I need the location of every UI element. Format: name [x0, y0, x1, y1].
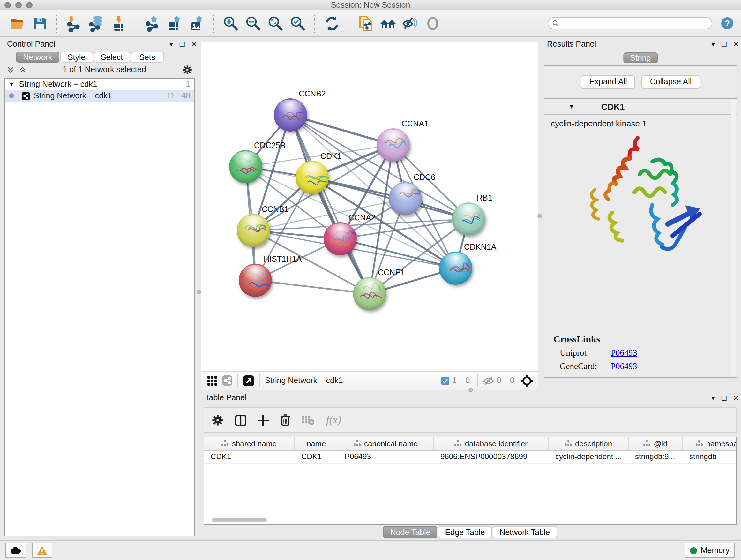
disclosure-triangle-icon[interactable]: ▼: [569, 104, 575, 110]
import-table-icon[interactable]: [110, 15, 127, 32]
expand-all-button[interactable]: Expand All: [581, 75, 635, 88]
panel-menu-icon[interactable]: ▾: [170, 41, 173, 48]
shared-column-icon: [455, 439, 462, 448]
tab-node-table[interactable]: Node Table: [383, 526, 437, 538]
show-columns-icon[interactable]: [235, 415, 246, 426]
tab-edge-table[interactable]: Edge Table: [438, 526, 492, 538]
column-header-name[interactable]: name: [295, 437, 338, 450]
collapse-all-button[interactable]: Collapse All: [642, 75, 700, 88]
network-node-hist1h1a[interactable]: [239, 264, 272, 297]
network-node-cdc6[interactable]: [389, 182, 422, 215]
panel-close-icon[interactable]: ✕: [192, 40, 197, 48]
gene-section-header[interactable]: ▼ CDK1: [544, 99, 737, 115]
panel-menu-icon[interactable]: ▾: [712, 41, 715, 48]
column-header-namespace[interactable]: namespace: [683, 437, 737, 450]
network-node-ccna1[interactable]: [377, 128, 410, 162]
birds-eye-icon[interactable]: [521, 374, 533, 387]
panel-float-icon[interactable]: ❑: [721, 41, 727, 48]
footer-separator: [259, 374, 260, 387]
crosslink-link[interactable]: 9606.ENSP00000378699: [611, 375, 698, 378]
column-header-description[interactable]: description: [549, 437, 629, 450]
table-cell[interactable]: cyclin-dependent ...: [549, 451, 629, 463]
table-cell[interactable]: stringdb: [683, 451, 737, 463]
panel-close-icon[interactable]: ✕: [733, 40, 739, 48]
open-session-icon[interactable]: [9, 15, 26, 32]
zoom-out-icon[interactable]: [245, 15, 262, 32]
node-label-cdc25b: CDC25B: [254, 141, 286, 150]
table-gear-icon[interactable]: [212, 415, 223, 426]
right-splitter-handle[interactable]: [537, 214, 542, 219]
cloud-button[interactable]: [5, 543, 26, 558]
network-collection-row[interactable]: ▼ String Network – cdk1 1: [5, 78, 194, 90]
horizontal-scrollbar[interactable]: [212, 518, 267, 522]
crosslink-link[interactable]: P06493: [611, 361, 637, 372]
tab-select[interactable]: Select: [94, 52, 130, 63]
bottom-splitter-handle[interactable]: [468, 388, 473, 392]
tab-string[interactable]: String: [623, 52, 658, 63]
column-label: @id: [654, 439, 667, 448]
import-network-icon[interactable]: [65, 15, 82, 32]
hide-eye-icon[interactable]: [401, 15, 419, 32]
network-node-rb1[interactable]: [452, 202, 485, 236]
save-session-icon[interactable]: [31, 15, 49, 32]
column-header-id[interactable]: @id: [629, 437, 683, 450]
footer-separator: [238, 374, 238, 387]
column-header-database-identifier[interactable]: database identifier: [434, 437, 549, 450]
table-row[interactable]: CDK1CDK1P064939606.ENSP00000378699cyclin…: [204, 451, 736, 463]
tab-style[interactable]: Style: [60, 52, 93, 63]
left-splitter-handle[interactable]: [197, 290, 201, 294]
network-node-ccne1[interactable]: [353, 277, 386, 310]
network-node-ccnb2[interactable]: [274, 98, 307, 132]
column-header-canonical-name[interactable]: canonical name: [338, 437, 434, 450]
export-image-icon[interactable]: [188, 15, 205, 32]
table-cell[interactable]: 9606.ENSP00000378699: [434, 451, 549, 463]
refresh-layout-icon[interactable]: [323, 15, 340, 32]
panel-close-icon[interactable]: ✕: [733, 394, 739, 402]
zoom-in-icon[interactable]: [222, 15, 239, 32]
network-node-cdkn1a[interactable]: [439, 252, 472, 285]
network-edge[interactable]: [290, 115, 369, 294]
network-node-ccna2[interactable]: [324, 222, 357, 255]
crosslink-link[interactable]: P06493: [611, 348, 637, 358]
delete-column-icon[interactable]: [280, 415, 290, 426]
open-in-window-icon[interactable]: [243, 375, 254, 386]
network-row[interactable]: String Network – cdk1 11 48: [5, 90, 194, 102]
warning-button[interactable]: [32, 543, 52, 558]
network-node-cdc25b[interactable]: [229, 150, 262, 183]
network-node-cdk1[interactable]: [295, 161, 329, 194]
export-table-icon[interactable]: [166, 15, 183, 32]
tab-sets[interactable]: Sets: [131, 52, 164, 63]
expand-all-icon[interactable]: [19, 66, 26, 73]
column-header-shared-name[interactable]: shared name: [204, 437, 295, 450]
disclosure-triangle-icon[interactable]: ▼: [9, 81, 14, 87]
network-canvas[interactable]: CCNB2CCNA1CDC25BCDK1CDC6RB1CCNB1CCNA2CDK…: [201, 42, 538, 371]
share-view-icon[interactable]: [222, 375, 232, 386]
zoom-selected-icon[interactable]: [289, 15, 307, 32]
panel-float-icon[interactable]: ❑: [179, 41, 185, 48]
panel-menu-icon[interactable]: ▾: [712, 394, 715, 401]
import-database-icon[interactable]: [87, 15, 105, 32]
tab-network[interactable]: Network: [16, 52, 59, 63]
gear-icon[interactable]: [183, 65, 192, 74]
grid-view-icon[interactable]: [207, 376, 217, 385]
add-column-icon[interactable]: [258, 415, 269, 426]
table-cell[interactable]: CDK1: [295, 451, 338, 463]
network-edge[interactable]: [255, 280, 369, 294]
collapse-all-icon[interactable]: [7, 66, 14, 73]
panel-float-icon[interactable]: ❑: [721, 394, 727, 401]
results-scrollbar[interactable]: [731, 100, 736, 377]
zoom-fit-icon[interactable]: [267, 15, 284, 32]
network-node-ccnb1[interactable]: [237, 214, 270, 247]
export-network-icon[interactable]: [144, 15, 161, 32]
duplicate-network-icon[interactable]: [357, 15, 374, 32]
table-cell[interactable]: CDK1: [204, 451, 295, 463]
double-home-icon[interactable]: [379, 15, 396, 32]
node-gloss: [455, 203, 482, 220]
shared-column-icon: [222, 439, 229, 448]
memory-button[interactable]: Memory: [685, 543, 735, 558]
search-input[interactable]: [559, 18, 712, 28]
help-button[interactable]: ?: [721, 17, 733, 29]
table-cell[interactable]: P06493: [338, 451, 434, 463]
table-cell[interactable]: stringdb:9...: [629, 451, 683, 463]
tab-network-table[interactable]: Network Table: [492, 526, 557, 538]
